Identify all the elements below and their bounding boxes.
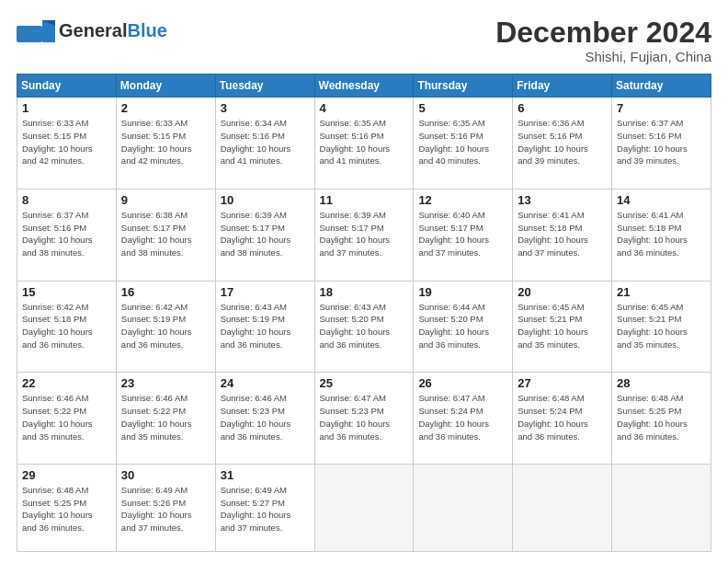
table-row (612, 464, 711, 551)
day-number: 15 (22, 285, 111, 299)
day-info: Sunrise: 6:43 AMSunset: 5:19 PMDaylight:… (221, 301, 310, 351)
day-number: 1 (22, 101, 111, 115)
table-row: 19Sunrise: 6:44 AMSunset: 5:20 PMDayligh… (414, 281, 513, 373)
day-info: Sunrise: 6:45 AMSunset: 5:21 PMDaylight:… (617, 301, 706, 351)
table-row: 6Sunrise: 6:36 AMSunset: 5:16 PMDaylight… (513, 98, 612, 190)
table-row: 3Sunrise: 6:34 AMSunset: 5:16 PMDaylight… (215, 98, 314, 190)
day-info: Sunrise: 6:34 AMSunset: 5:16 PMDaylight:… (221, 117, 310, 167)
day-number: 19 (418, 285, 507, 299)
table-row: 27Sunrise: 6:48 AMSunset: 5:24 PMDayligh… (513, 373, 612, 465)
header: GeneralBlue December 2024 Shishi, Fujian… (17, 17, 711, 64)
day-number: 24 (221, 376, 310, 390)
day-number: 7 (617, 101, 706, 115)
table-row: 31Sunrise: 6:49 AMSunset: 5:27 PMDayligh… (215, 464, 314, 551)
day-number: 31 (221, 468, 310, 482)
table-row: 2Sunrise: 6:33 AMSunset: 5:15 PMDaylight… (116, 98, 215, 190)
day-number: 21 (617, 285, 706, 299)
day-info: Sunrise: 6:33 AMSunset: 5:15 PMDaylight:… (22, 117, 111, 167)
table-row: 12Sunrise: 6:40 AMSunset: 5:17 PMDayligh… (414, 189, 513, 281)
day-info: Sunrise: 6:49 AMSunset: 5:27 PMDaylight:… (221, 484, 310, 534)
day-info: Sunrise: 6:39 AMSunset: 5:17 PMDaylight:… (221, 209, 310, 259)
day-info: Sunrise: 6:49 AMSunset: 5:26 PMDaylight:… (121, 484, 210, 534)
svg-rect-0 (17, 26, 42, 42)
day-number: 16 (121, 285, 210, 299)
table-row: 25Sunrise: 6:47 AMSunset: 5:23 PMDayligh… (314, 373, 414, 465)
table-row: 1Sunrise: 6:33 AMSunset: 5:15 PMDaylight… (17, 98, 117, 190)
table-row (314, 464, 414, 551)
day-number: 10 (221, 193, 310, 207)
day-info: Sunrise: 6:48 AMSunset: 5:25 PMDaylight:… (617, 392, 706, 442)
day-info: Sunrise: 6:45 AMSunset: 5:21 PMDaylight:… (518, 301, 607, 351)
day-info: Sunrise: 6:42 AMSunset: 5:18 PMDaylight:… (22, 301, 111, 351)
table-row: 26Sunrise: 6:47 AMSunset: 5:24 PMDayligh… (414, 373, 513, 465)
calendar-header-row: Sunday Monday Tuesday Wednesday Thursday… (17, 75, 711, 98)
day-info: Sunrise: 6:37 AMSunset: 5:16 PMDaylight:… (22, 209, 111, 259)
day-number: 6 (518, 101, 607, 115)
logo: GeneralBlue (17, 17, 167, 44)
table-row (414, 464, 513, 551)
day-number: 18 (320, 285, 409, 299)
month-title: December 2024 (495, 17, 711, 49)
day-info: Sunrise: 6:41 AMSunset: 5:18 PMDaylight:… (518, 209, 607, 259)
day-number: 12 (418, 193, 507, 207)
day-number: 30 (121, 468, 210, 482)
logo-blue: Blue (127, 20, 166, 40)
table-row: 22Sunrise: 6:46 AMSunset: 5:22 PMDayligh… (17, 373, 117, 465)
day-info: Sunrise: 6:39 AMSunset: 5:17 PMDaylight:… (320, 209, 409, 259)
table-row: 29Sunrise: 6:48 AMSunset: 5:25 PMDayligh… (17, 464, 117, 551)
logo-icon (17, 17, 55, 44)
table-row: 10Sunrise: 6:39 AMSunset: 5:17 PMDayligh… (215, 189, 314, 281)
day-info: Sunrise: 6:43 AMSunset: 5:20 PMDaylight:… (320, 301, 409, 351)
day-number: 17 (221, 285, 310, 299)
day-info: Sunrise: 6:46 AMSunset: 5:22 PMDaylight:… (22, 392, 111, 442)
table-row: 14Sunrise: 6:41 AMSunset: 5:18 PMDayligh… (612, 189, 711, 281)
table-row (513, 464, 612, 551)
header-friday: Friday (513, 75, 612, 98)
day-number: 25 (320, 376, 409, 390)
header-wednesday: Wednesday (314, 75, 414, 98)
table-row: 17Sunrise: 6:43 AMSunset: 5:19 PMDayligh… (215, 281, 314, 373)
day-info: Sunrise: 6:44 AMSunset: 5:20 PMDaylight:… (418, 301, 507, 351)
day-number: 22 (22, 376, 111, 390)
header-sunday: Sunday (17, 75, 117, 98)
day-number: 5 (418, 101, 507, 115)
day-info: Sunrise: 6:35 AMSunset: 5:16 PMDaylight:… (320, 117, 409, 167)
page: GeneralBlue December 2024 Shishi, Fujian… (0, 0, 728, 563)
table-row: 21Sunrise: 6:45 AMSunset: 5:21 PMDayligh… (612, 281, 711, 373)
day-number: 28 (617, 376, 706, 390)
table-row: 18Sunrise: 6:43 AMSunset: 5:20 PMDayligh… (314, 281, 414, 373)
table-row: 13Sunrise: 6:41 AMSunset: 5:18 PMDayligh… (513, 189, 612, 281)
day-info: Sunrise: 6:35 AMSunset: 5:16 PMDaylight:… (418, 117, 507, 167)
day-info: Sunrise: 6:40 AMSunset: 5:17 PMDaylight:… (418, 209, 507, 259)
table-row: 8Sunrise: 6:37 AMSunset: 5:16 PMDaylight… (17, 189, 117, 281)
table-row: 24Sunrise: 6:46 AMSunset: 5:23 PMDayligh… (215, 373, 314, 465)
day-info: Sunrise: 6:38 AMSunset: 5:17 PMDaylight:… (121, 209, 210, 259)
header-saturday: Saturday (612, 75, 711, 98)
day-info: Sunrise: 6:47 AMSunset: 5:23 PMDaylight:… (320, 392, 409, 442)
title-block: December 2024 Shishi, Fujian, China (495, 17, 711, 64)
day-info: Sunrise: 6:42 AMSunset: 5:19 PMDaylight:… (121, 301, 210, 351)
table-row: 23Sunrise: 6:46 AMSunset: 5:22 PMDayligh… (116, 373, 215, 465)
day-number: 8 (22, 193, 111, 207)
day-number: 29 (22, 468, 111, 482)
day-number: 11 (320, 193, 409, 207)
subtitle: Shishi, Fujian, China (495, 49, 711, 64)
day-info: Sunrise: 6:48 AMSunset: 5:24 PMDaylight:… (518, 392, 607, 442)
day-info: Sunrise: 6:37 AMSunset: 5:16 PMDaylight:… (617, 117, 706, 167)
day-number: 23 (121, 376, 210, 390)
day-info: Sunrise: 6:41 AMSunset: 5:18 PMDaylight:… (617, 209, 706, 259)
day-number: 4 (320, 101, 409, 115)
header-tuesday: Tuesday (215, 75, 314, 98)
day-info: Sunrise: 6:48 AMSunset: 5:25 PMDaylight:… (22, 484, 111, 534)
day-number: 2 (121, 101, 210, 115)
header-monday: Monday (116, 75, 215, 98)
day-number: 3 (221, 101, 310, 115)
day-number: 13 (518, 193, 607, 207)
table-row: 11Sunrise: 6:39 AMSunset: 5:17 PMDayligh… (314, 189, 414, 281)
table-row: 20Sunrise: 6:45 AMSunset: 5:21 PMDayligh… (513, 281, 612, 373)
table-row: 15Sunrise: 6:42 AMSunset: 5:18 PMDayligh… (17, 281, 117, 373)
logo-general: General (59, 20, 127, 40)
table-row: 30Sunrise: 6:49 AMSunset: 5:26 PMDayligh… (116, 464, 215, 551)
day-number: 20 (518, 285, 607, 299)
table-row: 9Sunrise: 6:38 AMSunset: 5:17 PMDaylight… (116, 189, 215, 281)
